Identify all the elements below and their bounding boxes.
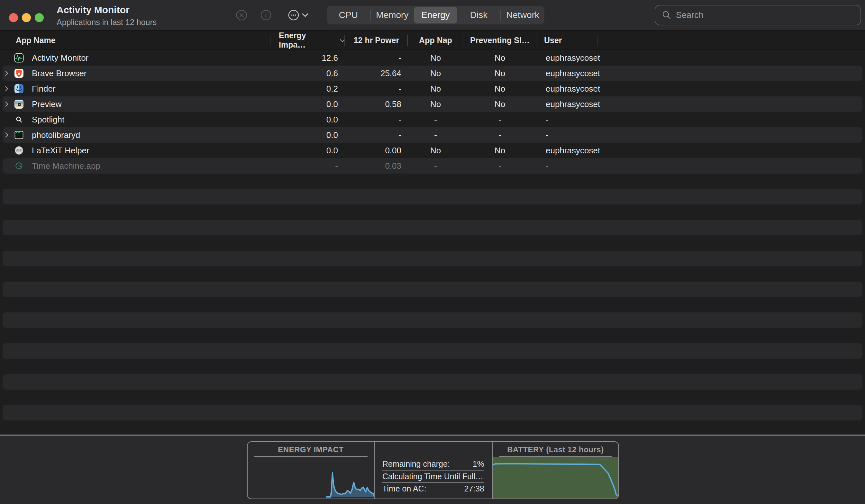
table-row[interactable]: Preview 0.0 0.58 No No euphrasycoset [0,96,865,112]
app-nap-value: - [408,158,463,174]
traffic-lights [9,13,44,22]
battery-panel: BATTERY (Last 12 hours) [493,442,618,499]
disclosure-chevron-icon[interactable] [5,132,8,138]
disclosure-chevron-icon[interactable] [5,86,8,91]
energy-panel-rule [254,456,368,457]
close-button[interactable] [9,13,18,22]
remaining-charge-row: Remaining charge: 1% [382,458,484,470]
column-header-12hr-power[interactable]: 12 hr Power [345,31,408,49]
user-value: - [537,127,598,143]
energy-impact-value: 0.0 [270,112,345,127]
empty-row [0,420,865,435]
stats-container: ENERGY IMPACT Remaining charge: 1% Calcu… [247,441,619,499]
column-header-preventing-sleep[interactable]: Preventing Sl… [463,31,537,49]
app-name: Finder [32,84,56,94]
app-name: photolibraryd [32,130,80,140]
energy-impact-value: 0.2 [270,81,345,96]
empty-row [0,204,865,220]
view-tabs: CPU Memory Energy Disk Network [327,6,544,24]
disclosure-chevron-icon[interactable] [5,71,8,76]
empty-row [0,189,865,204]
table-row[interactable]: Finder 0.2 - No No euphrasycoset [0,81,865,96]
table-row[interactable]: Time Machine.app - 0.03 - - - [0,158,865,174]
app-name: Time Machine.app [32,161,100,171]
stop-process-button[interactable] [236,10,247,21]
tab-memory[interactable]: Memory [371,6,414,24]
empty-row [0,389,865,405]
zoom-button[interactable] [35,13,44,22]
photolibraryd-app-icon [14,130,24,140]
power-value: 0.58 [345,96,408,112]
empty-row [0,374,865,389]
tab-disk[interactable]: Disk [457,6,501,24]
user-value: euphrasycoset [537,50,598,66]
user-value: euphrasycoset [537,96,598,112]
search-input[interactable] [676,10,861,20]
app-name: LaTeXiT Helper [32,145,89,155]
more-dots-icon [288,17,311,22]
search-field [655,5,861,25]
column-header-app-name[interactable]: App Name [0,31,270,49]
finder-app-icon [14,84,24,94]
energy-impact-chart [326,471,374,498]
power-value: 0.00 [345,143,408,158]
empty-row [0,313,865,328]
app-name: Activity Monitor [32,53,89,63]
preview-app-icon [14,99,24,109]
empty-row [0,174,865,189]
time-until-full-row: Calculating Time Until Full… [382,470,484,482]
more-options-button[interactable] [288,10,311,21]
minimize-button[interactable] [22,13,31,22]
table-row[interactable]: Spotlight 0.0 - - - - [0,112,865,127]
user-value: - [537,158,598,174]
time-on-ac-row: Time on AC: 27:38 [382,482,484,495]
battery-info-panel: Remaining charge: 1% Calculating Time Un… [374,442,493,499]
app-nap-value: No [408,50,463,66]
user-value: - [537,112,598,127]
empty-row [0,282,865,297]
energy-impact-value: 0.6 [270,66,345,81]
window-title: Activity Monitor [57,4,157,15]
info-circle-icon [261,17,272,22]
app-nap-value: - [408,127,463,143]
preventing-sleep-value: No [463,81,537,96]
app-nap-value: No [408,96,463,112]
table-row[interactable]: Activity Monitor 12.6 - No No euphrasyco… [0,50,865,66]
preventing-sleep-value: No [463,96,537,112]
empty-row [0,251,865,266]
sort-descending-icon [340,39,345,43]
preventing-sleep-value: - [463,112,537,127]
inspect-process-button[interactable] [261,10,272,21]
time-on-ac-value: 27:38 [464,484,484,493]
tab-cpu[interactable]: CPU [327,6,370,24]
remaining-charge-label: Remaining charge: [382,459,450,469]
brave-app-icon [14,69,24,78]
toolbar: Activity Monitor Applications in last 12… [0,0,865,30]
column-header-app-nap[interactable]: App Nap [408,31,463,49]
activity-monitor-app-icon [14,53,24,63]
empty-row [0,343,865,359]
preventing-sleep-value: - [463,127,537,143]
tab-network[interactable]: Network [501,6,544,24]
empty-row [0,220,865,235]
activity-monitor-window: { "window": { "title": "Activity Monitor… [0,0,865,504]
preventing-sleep-value: No [463,50,537,66]
time-until-full-label: Calculating Time Until Full… [382,472,483,481]
tab-energy[interactable]: Energy [414,7,457,23]
disclosure-chevron-icon[interactable] [5,102,8,107]
preventing-sleep-value: - [463,158,537,174]
preventing-sleep-value: No [463,66,537,81]
table-row[interactable]: Brave Browser 0.6 25.64 No No euphrasyco… [0,66,865,81]
title-block: Activity Monitor Applications in last 12… [57,4,157,27]
energy-impact-value: 0.0 [270,127,345,143]
column-header-user[interactable]: User [537,31,598,49]
column-header-energy-impact[interactable]: Energy Impa… [270,31,345,49]
table-row[interactable]: LaTeXiTLaTeXiT Helper 0.0 0.00 No No eup… [0,143,865,158]
power-value: - [345,81,408,96]
empty-row [0,405,865,420]
table-row[interactable]: photolibraryd 0.0 - - - - [0,127,865,143]
energy-impact-value: 12.6 [270,50,345,66]
empty-row [0,359,865,374]
table-header: App Name Energy Impa… 12 hr Power App Na… [0,30,865,50]
column-header-spacer [598,31,865,49]
